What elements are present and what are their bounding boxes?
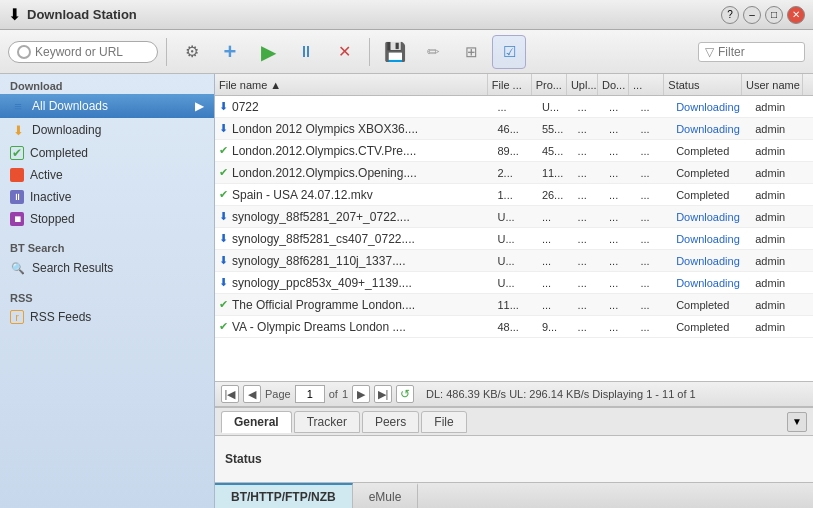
cell-username: admin xyxy=(751,184,813,205)
cell-download: ... xyxy=(605,184,636,205)
content-area: File name ▲ File ... Pro... Upl... Do...… xyxy=(215,74,813,508)
cell-filesize: 48... xyxy=(493,316,537,337)
cell-filename: ✔Spain - USA 24.07.12.mkv xyxy=(215,184,493,205)
table-row[interactable]: ⬇synology_ppc853x_409+_1139.... U... ...… xyxy=(215,272,813,294)
cell-filename: ⬇synology_88f6281_110j_1337.... xyxy=(215,250,493,271)
table-row[interactable]: ⬇synology_88f5281_207+_0722.... U... ...… xyxy=(215,206,813,228)
sidebar-label-stopped: Stopped xyxy=(30,212,204,226)
completed-row-icon: ✔ xyxy=(219,166,228,179)
prev-page-button[interactable]: ◀ xyxy=(243,385,261,403)
cell-username: admin xyxy=(751,140,813,161)
col-filesize[interactable]: File ... xyxy=(488,74,532,95)
last-page-button[interactable]: ▶| xyxy=(374,385,392,403)
page-input[interactable] xyxy=(295,385,325,403)
settings-button[interactable]: ⚙ xyxy=(175,35,209,69)
table-row[interactable]: ✔London.2012.Olympics.Opening.... 2... 1… xyxy=(215,162,813,184)
cell-download: ... xyxy=(605,140,636,161)
edit-button[interactable]: ✏ xyxy=(416,35,450,69)
cell-speed: ... xyxy=(636,162,672,183)
search-icon xyxy=(17,45,31,59)
table-body[interactable]: ⬇0722 ... U... ... ... ... Downloading a… xyxy=(215,96,813,381)
cell-upload: ... xyxy=(574,140,605,161)
next-page-button[interactable]: ▶ xyxy=(352,385,370,403)
tab-peers[interactable]: Peers xyxy=(362,411,419,433)
col-speed[interactable]: ... xyxy=(629,74,664,95)
cell-upload: ... xyxy=(574,96,605,117)
table-row[interactable]: ✔London.2012.Olympics.CTV.Pre.... 89... … xyxy=(215,140,813,162)
cell-filesize: 89... xyxy=(493,140,537,161)
sidebar-label-all-downloads: All Downloads xyxy=(32,99,189,113)
sidebar-item-rss-feeds[interactable]: r RSS Feeds xyxy=(0,306,214,328)
table-row[interactable]: ⬇0722 ... U... ... ... ... Downloading a… xyxy=(215,96,813,118)
delete-button[interactable]: ✕ xyxy=(327,35,361,69)
refresh-button[interactable]: ↺ xyxy=(396,385,414,403)
completed-row-icon: ✔ xyxy=(219,320,228,333)
cell-username: admin xyxy=(751,228,813,249)
sidebar-section-btsearch: BT Search xyxy=(0,236,214,256)
sidebar-item-all-downloads[interactable]: ≡ All Downloads ▶ xyxy=(0,94,214,118)
tab-file[interactable]: File xyxy=(421,411,466,433)
search-results-icon: 🔍 xyxy=(10,260,26,276)
col-username[interactable]: User name xyxy=(742,74,803,95)
add-button[interactable]: + xyxy=(213,35,247,69)
bottom-tab-emule[interactable]: eMule xyxy=(353,483,419,508)
table-row[interactable]: ✔Spain - USA 24.07.12.mkv 1... 26... ...… xyxy=(215,184,813,206)
cell-upload: ... xyxy=(574,250,605,271)
help-button[interactable]: ? xyxy=(721,6,739,24)
sidebar-label-search-results: Search Results xyxy=(32,261,204,275)
cell-upload: ... xyxy=(574,162,605,183)
cell-filesize: U... xyxy=(493,272,537,293)
sidebar-item-completed[interactable]: ✔ Completed xyxy=(0,142,214,164)
titlebar-controls: ? – □ ✕ xyxy=(721,6,805,24)
sidebar-item-downloading[interactable]: ⬇ Downloading xyxy=(0,118,214,142)
cell-username: admin xyxy=(751,96,813,117)
toolbar: ⚙ + ▶ ⏸ ✕ 💾 ✏ ⊞ ☑ ▽ xyxy=(0,30,813,74)
col-upload[interactable]: Upl... xyxy=(567,74,598,95)
table-row[interactable]: ⬇synology_88f5281_cs407_0722.... U... ..… xyxy=(215,228,813,250)
pause-button[interactable]: ⏸ xyxy=(289,35,323,69)
maximize-button[interactable]: □ xyxy=(765,6,783,24)
resume-button[interactable]: ▶ xyxy=(251,35,285,69)
cell-download: ... xyxy=(605,272,636,293)
tab-general[interactable]: General xyxy=(221,411,292,433)
tab-tracker[interactable]: Tracker xyxy=(294,411,360,433)
save-button[interactable]: 💾 xyxy=(378,35,412,69)
sidebar-item-active[interactable]: ▶ Active xyxy=(0,164,214,186)
col-progress[interactable]: Pro... xyxy=(532,74,567,95)
grid-button[interactable]: ⊞ xyxy=(454,35,488,69)
cell-progress: ... xyxy=(538,250,574,271)
table-row[interactable]: ✔The Official Programme London.... 11...… xyxy=(215,294,813,316)
sidebar-item-inactive[interactable]: ⏸ Inactive xyxy=(0,186,214,208)
search-box[interactable] xyxy=(8,41,158,63)
collapse-button[interactable]: ▼ xyxy=(787,412,807,432)
sidebar-item-stopped[interactable]: ⏹ Stopped xyxy=(0,208,214,230)
cell-filesize: U... xyxy=(493,250,537,271)
first-page-button[interactable]: |◀ xyxy=(221,385,239,403)
filter-input[interactable] xyxy=(718,45,798,59)
minimize-button[interactable]: – xyxy=(743,6,761,24)
cell-filename: ✔VA - Olympic Dreams London .... xyxy=(215,316,493,337)
cell-filename: ✔London.2012.Olympics.Opening.... xyxy=(215,162,493,183)
table-row[interactable]: ⬇synology_88f6281_110j_1337.... U... ...… xyxy=(215,250,813,272)
sidebar-item-search-results[interactable]: 🔍 Search Results xyxy=(0,256,214,280)
col-download[interactable]: Do... xyxy=(598,74,629,95)
table-row[interactable]: ⬇London 2012 Olympics XBOX36.... 46... 5… xyxy=(215,118,813,140)
sidebar-label-downloading: Downloading xyxy=(32,123,204,137)
cell-status: Downloading xyxy=(672,250,751,271)
cell-filesize: 2... xyxy=(493,162,537,183)
col-status[interactable]: Status xyxy=(664,74,742,95)
close-button[interactable]: ✕ xyxy=(787,6,805,24)
speed-info: DL: 486.39 KB/s UL: 296.14 KB/s Displayi… xyxy=(426,388,696,400)
col-filename[interactable]: File name ▲ xyxy=(215,74,488,95)
cell-filename: ⬇London 2012 Olympics XBOX36.... xyxy=(215,118,493,139)
status-row: Status xyxy=(225,452,262,466)
table-row[interactable]: ✔VA - Olympic Dreams London .... 48... 9… xyxy=(215,316,813,338)
filter-box[interactable]: ▽ xyxy=(698,42,805,62)
bottom-tab-bt[interactable]: BT/HTTP/FTP/NZB xyxy=(215,483,353,508)
cell-filesize: ... xyxy=(493,96,537,117)
download-row-icon: ⬇ xyxy=(219,100,228,113)
list-button[interactable]: ☑ xyxy=(492,35,526,69)
completed-icon: ✔ xyxy=(10,146,24,160)
search-input[interactable] xyxy=(35,45,135,59)
cell-upload: ... xyxy=(574,206,605,227)
